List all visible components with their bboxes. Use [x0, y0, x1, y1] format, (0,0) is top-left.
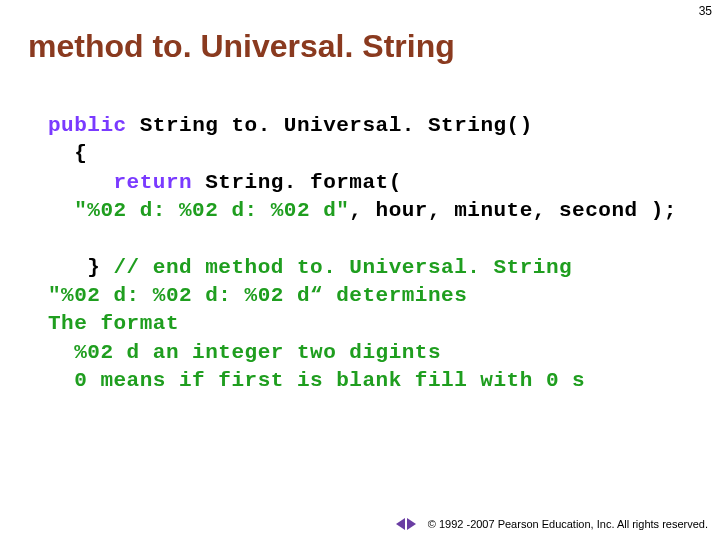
footer: © 1992 -2007 Pearson Education, Inc. All… — [396, 518, 708, 530]
code-block: public String to. Universal. String() { … — [48, 112, 700, 395]
explain-line: %02 d an integer two digints — [48, 341, 441, 364]
keyword-return: return — [114, 171, 193, 194]
slide-title: method to. Universal. String — [28, 28, 455, 65]
code-text: } — [48, 256, 114, 279]
code-text: { — [48, 142, 87, 165]
page-number: 35 — [699, 4, 712, 18]
explain-line: "%02 d: %02 d: %02 d“ determines — [48, 284, 467, 307]
code-indent — [48, 171, 114, 194]
copyright-inner: 1992 -2007 Pearson Education, Inc. All r… — [439, 518, 708, 530]
keyword-public: public — [48, 114, 127, 137]
next-arrow-icon[interactable] — [407, 518, 416, 530]
code-text: String. format( — [192, 171, 402, 194]
code-text: String to. Universal. String() — [127, 114, 533, 137]
code-text: , hour, minute, second ); — [349, 199, 677, 222]
comment: // end method to. Universal. String — [114, 256, 573, 279]
explain-line: The format — [48, 312, 179, 335]
copyright-text: © 1992 -2007 Pearson Education, Inc. All… — [428, 518, 708, 530]
string-literal: "%02 d: %02 d: %02 d" — [48, 199, 349, 222]
prev-arrow-icon[interactable] — [396, 518, 405, 530]
slide: 35 method to. Universal. String public S… — [0, 0, 720, 540]
explain-line: 0 means if first is blank fill with 0 s — [48, 369, 585, 392]
nav-arrows — [396, 518, 416, 530]
